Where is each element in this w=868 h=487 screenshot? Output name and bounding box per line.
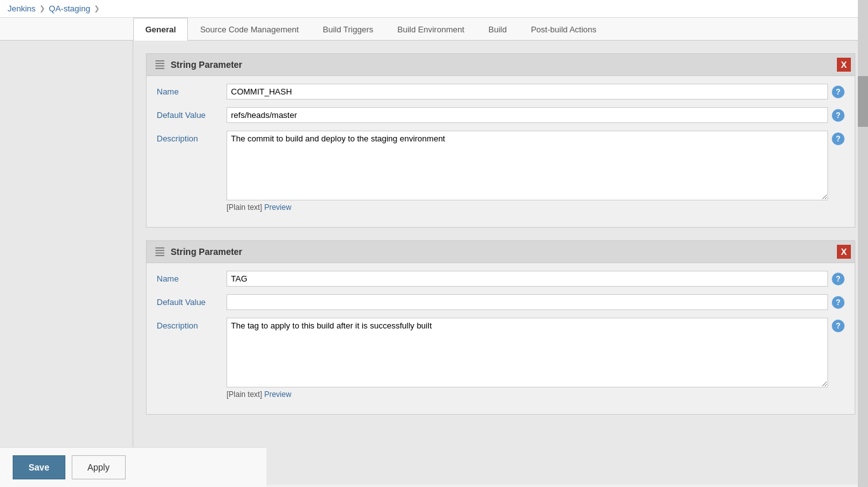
param-1-text-format: [Plain text] Preview xyxy=(227,203,291,212)
scrollbar-thumb[interactable] xyxy=(858,76,868,127)
param-1-default-help-icon[interactable]: ? xyxy=(832,109,845,122)
param-1-desc-row: Description The commit to build and depl… xyxy=(157,131,845,212)
tab-source-code-management[interactable]: Source Code Management xyxy=(188,18,310,41)
param-1-desc-help-icon[interactable]: ? xyxy=(832,133,845,145)
string-param-block-1: String Parameter X Name ? Default Value xyxy=(146,53,855,228)
breadcrumb-jenkins[interactable]: Jenkins xyxy=(8,4,36,13)
param-1-desc-label: Description xyxy=(157,131,227,143)
tab-build[interactable]: Build xyxy=(477,18,519,41)
tabs-bar: General Source Code Management Build Tri… xyxy=(0,18,868,41)
param-2-default-help-icon[interactable]: ? xyxy=(832,296,845,309)
param-2-name-help-icon[interactable]: ? xyxy=(832,273,845,285)
main-layout: String Parameter X Name ? Default Value xyxy=(0,41,868,484)
param-2-body: Name ? Default Value ? Descrip xyxy=(147,263,855,414)
param-2-title: String Parameter xyxy=(171,247,242,257)
scrollbar[interactable] xyxy=(858,0,868,484)
param-1-name-help-icon[interactable]: ? xyxy=(832,86,845,98)
breadcrumb-sep-2: ❯ xyxy=(94,4,100,13)
param-2-text-format: [Plain text] Preview xyxy=(227,390,291,399)
param-1-name-label: Name xyxy=(157,84,227,96)
param-1-body: Name ? Default Value ? Descrip xyxy=(147,76,855,227)
param-2-default-label: Default Value xyxy=(157,294,227,307)
bottom-bar: Save Apply xyxy=(0,447,266,484)
param-2-desc-textarea[interactable]: The tag to apply to this build after it … xyxy=(227,318,828,387)
param-2-name-row: Name ? xyxy=(157,271,845,287)
param-1-close-button[interactable]: X xyxy=(837,58,851,72)
param-1-default-field-container: ? xyxy=(227,107,845,123)
tab-post-build-actions[interactable]: Post-build Actions xyxy=(519,18,608,41)
tab-general[interactable]: General xyxy=(133,18,188,41)
param-2-default-row: Default Value ? xyxy=(157,294,845,310)
drag-handle-1[interactable] xyxy=(154,59,166,70)
param-1-name-row: Name ? xyxy=(157,84,845,100)
param-2-name-field-container: ? xyxy=(227,271,845,287)
param-2-header: String Parameter X xyxy=(147,241,855,263)
apply-button[interactable]: Apply xyxy=(72,455,126,479)
param-1-plain-text: [Plain text] xyxy=(227,203,262,212)
param-2-name-input[interactable] xyxy=(227,271,828,287)
drag-handle-2[interactable] xyxy=(154,246,166,257)
param-2-default-field-container: ? xyxy=(227,294,845,310)
param-2-plain-text: [Plain text] xyxy=(227,390,262,399)
param-1-preview-link[interactable]: Preview xyxy=(264,203,291,212)
param-1-default-label: Default Value xyxy=(157,107,227,120)
param-2-default-input[interactable] xyxy=(227,294,828,310)
param-1-default-input[interactable] xyxy=(227,107,828,123)
param-2-desc-field-container: The tag to apply to this build after it … xyxy=(227,318,845,399)
tab-build-environment[interactable]: Build Environment xyxy=(385,18,477,41)
param-1-desc-field-container: The commit to build and deploy to the st… xyxy=(227,131,845,212)
param-2-close-button[interactable]: X xyxy=(837,245,851,259)
param-2-desc-label: Description xyxy=(157,318,227,330)
param-1-default-row: Default Value ? xyxy=(157,107,845,123)
breadcrumb-sep-1: ❯ xyxy=(39,4,45,13)
param-1-title: String Parameter xyxy=(171,60,242,70)
tab-build-triggers[interactable]: Build Triggers xyxy=(311,18,385,41)
param-1-header: String Parameter X xyxy=(147,54,855,76)
param-2-name-label: Name xyxy=(157,271,227,283)
breadcrumb: Jenkins ❯ QA-staging ❯ xyxy=(0,0,868,18)
breadcrumb-qa-staging[interactable]: QA-staging xyxy=(49,4,90,13)
param-2-desc-row: Description The tag to apply to this bui… xyxy=(157,318,845,399)
param-2-desc-help-icon[interactable]: ? xyxy=(832,320,845,332)
save-button[interactable]: Save xyxy=(13,455,65,479)
sidebar xyxy=(0,41,133,484)
param-2-preview-link[interactable]: Preview xyxy=(264,390,291,399)
param-1-desc-textarea[interactable]: The commit to build and deploy to the st… xyxy=(227,131,828,200)
string-param-block-2: String Parameter X Name ? Default Value xyxy=(146,240,855,415)
param-1-name-input[interactable] xyxy=(227,84,828,100)
content-area: String Parameter X Name ? Default Value xyxy=(133,41,868,484)
param-1-name-field-container: ? xyxy=(227,84,845,100)
